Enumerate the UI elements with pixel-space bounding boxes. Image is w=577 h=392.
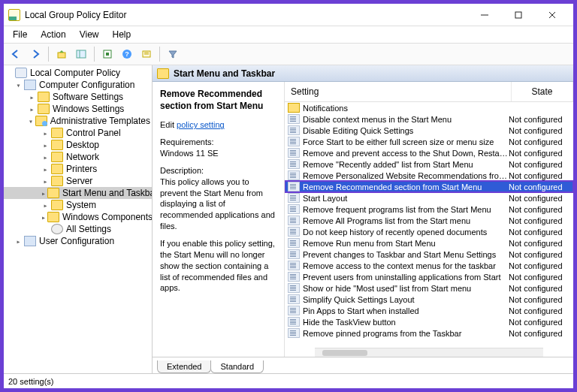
policy-icon	[288, 114, 300, 124]
tab-standard[interactable]: Standard	[210, 360, 264, 373]
policy-icon	[288, 317, 300, 327]
tree-user-configuration[interactable]: ▸User Configuration	[4, 235, 152, 247]
setting-row[interactable]: Pin Apps to Start when installedNot conf…	[285, 305, 573, 316]
navigation-tree[interactable]: Local Computer Policy ▾Computer Configur…	[4, 65, 153, 373]
setting-row[interactable]: Remove pinned programs from the TaskbarN…	[285, 327, 573, 339]
separator	[94, 47, 95, 62]
setting-row[interactable]: Force Start to be either full screen siz…	[285, 136, 573, 147]
folder-icon	[157, 68, 169, 79]
setting-row[interactable]: Prevent users from uninstalling applicat…	[285, 271, 573, 282]
settings-list[interactable]: Notifications Disable context menus in t…	[285, 102, 573, 348]
gear-icon	[51, 224, 63, 234]
folder-icon	[47, 188, 59, 198]
policy-icon	[288, 159, 300, 169]
show-hide-tree-button[interactable]	[72, 45, 90, 63]
column-headers: Setting State	[285, 82, 573, 102]
setting-row[interactable]: Simplify Quick Settings LayoutNot config…	[285, 294, 573, 305]
help-button[interactable]: ?	[118, 45, 136, 63]
tree-item[interactable]: ▸Network	[4, 151, 152, 163]
setting-row[interactable]: Disable context menus in the Start MenuN…	[285, 113, 573, 125]
tree-item[interactable]: ▸System	[4, 199, 152, 211]
tab-extended[interactable]: Extended	[157, 360, 211, 373]
setting-row[interactable]: Remove All Programs list from the Start …	[285, 215, 573, 226]
menu-bar: File Action View Help	[4, 26, 573, 43]
setting-row[interactable]: Remove access to the context menus for t…	[285, 260, 573, 271]
setting-row[interactable]: Show or hide "Most used" list from Start…	[285, 282, 573, 294]
folder-icon	[51, 164, 63, 174]
policy-icon	[288, 249, 300, 259]
setting-row[interactable]: Remove Run menu from Start MenuNot confi…	[285, 237, 573, 249]
tree-item[interactable]: ▸Windows Components	[4, 211, 152, 223]
folder-icon	[47, 212, 59, 222]
config-icon	[24, 80, 36, 90]
column-state[interactable]: State	[512, 82, 573, 101]
policy-icon	[288, 182, 300, 191]
folder-icon	[51, 152, 63, 162]
tree-software-settings[interactable]: ▸Software Settings	[4, 91, 152, 103]
folder-icon	[51, 176, 63, 186]
tree-item[interactable]: ▸Control Panel	[4, 127, 152, 139]
setting-row[interactable]: Remove frequent programs list from the S…	[285, 204, 573, 215]
policy-icon	[288, 272, 300, 282]
status-bar: 20 setting(s)	[4, 373, 573, 388]
horizontal-scrollbar[interactable]	[315, 348, 543, 357]
setting-row[interactable]: Disable Editing Quick SettingsNot config…	[285, 125, 573, 136]
menu-file[interactable]: File	[7, 28, 33, 41]
policy-icon	[288, 216, 300, 225]
minimize-button[interactable]	[467, 4, 501, 26]
tree-item[interactable]: ▸Printers	[4, 163, 152, 175]
edit-policy-link[interactable]: policy setting	[177, 120, 225, 129]
folder-icon	[51, 140, 63, 150]
svg-rect-0	[515, 12, 521, 18]
list-folder-notifications[interactable]: Notifications	[285, 102, 573, 113]
close-button[interactable]	[535, 4, 569, 26]
tree-windows-settings[interactable]: ▸Windows Settings	[4, 103, 152, 115]
back-button[interactable]	[7, 45, 25, 63]
tree-computer-configuration[interactable]: ▾Computer Configuration	[4, 79, 152, 91]
policy-icon	[288, 227, 300, 237]
status-text: 20 setting(s)	[8, 377, 54, 386]
policy-icon	[288, 204, 300, 214]
setting-row[interactable]: Remove "Recently added" list from Start …	[285, 158, 573, 170]
up-button[interactable]	[53, 45, 71, 63]
toolbar: ?	[4, 43, 573, 65]
setting-row[interactable]: Remove Recommended section from Start Me…	[285, 181, 573, 192]
tree-item[interactable]: ▸Server	[4, 175, 152, 187]
menu-action[interactable]: Action	[35, 28, 71, 41]
setting-row[interactable]: Start LayoutNot configured	[285, 192, 573, 204]
setting-row[interactable]: Hide the TaskView buttonNot configured	[285, 316, 573, 327]
folder-icon	[38, 104, 50, 114]
app-icon	[8, 9, 20, 21]
setting-row[interactable]: Remove and prevent access to the Shut Do…	[285, 147, 573, 158]
filter-button[interactable]	[164, 45, 182, 63]
column-setting[interactable]: Setting	[285, 82, 512, 101]
tree-root[interactable]: Local Computer Policy	[4, 67, 152, 79]
folder-icon	[51, 200, 63, 210]
policy-icon	[288, 261, 300, 270]
separator	[48, 47, 49, 62]
maximize-button[interactable]	[501, 4, 535, 26]
policy-icon	[288, 125, 300, 135]
details-pane: Remove Recommended section from Start Me…	[153, 82, 285, 357]
properties-button[interactable]	[137, 45, 156, 63]
refresh-button[interactable]	[98, 45, 116, 63]
setting-row[interactable]: Prevent changes to Taskbar and Start Men…	[285, 249, 573, 260]
menu-help[interactable]: Help	[107, 28, 137, 41]
setting-row[interactable]: Remove Personalized Website Recommendati…	[285, 170, 573, 181]
config-icon	[24, 236, 36, 246]
path-bar: Start Menu and Taskbar	[153, 65, 573, 82]
menu-view[interactable]: View	[74, 28, 105, 41]
folder-icon	[35, 116, 47, 126]
setting-row[interactable]: Do not keep history of recently opened d…	[285, 226, 573, 237]
title-bar: Local Group Policy Editor	[4, 4, 573, 26]
path-text: Start Menu and Taskbar	[174, 68, 275, 79]
tree-administrative-templates[interactable]: ▾Administrative Templates	[4, 115, 152, 127]
svg-text:?: ?	[125, 50, 129, 58]
tree-item[interactable]: ▸Start Menu and Taskbar	[4, 187, 152, 199]
forward-button[interactable]	[26, 45, 44, 63]
policy-icon	[288, 193, 300, 203]
tree-item[interactable]: ▸Desktop	[4, 139, 152, 151]
policy-icon	[288, 148, 300, 158]
separator	[159, 47, 160, 62]
tree-item[interactable]: All Settings	[4, 223, 152, 235]
